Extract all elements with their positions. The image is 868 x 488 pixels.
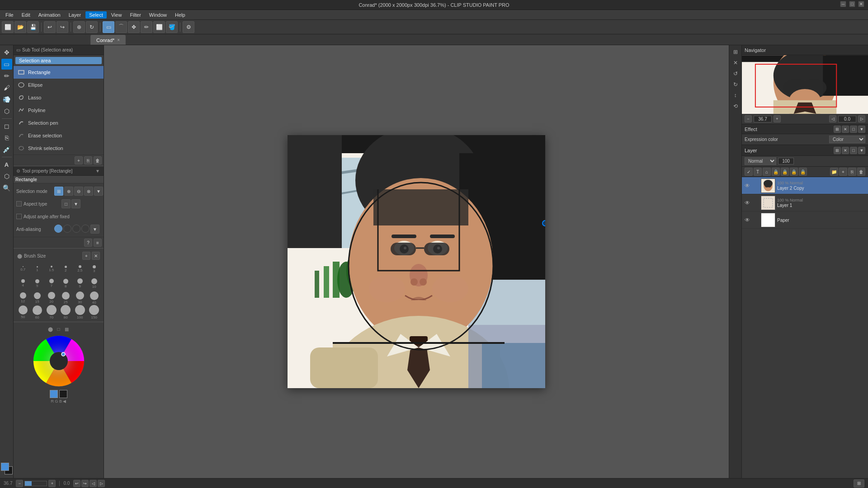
layer-act-2[interactable]: T xyxy=(754,168,762,176)
status-zoom-slider[interactable] xyxy=(24,481,47,486)
foreground-color[interactable] xyxy=(1,463,9,471)
opacity-input[interactable] xyxy=(778,158,794,164)
brush-20[interactable]: 20 xyxy=(45,291,58,305)
layer-btn-4[interactable]: ▼ xyxy=(858,147,865,154)
layer-new-folder[interactable]: 📁 xyxy=(830,168,838,176)
layer-new-layer[interactable]: + xyxy=(839,168,847,176)
brush-40[interactable]: 40 xyxy=(88,291,101,305)
tool-erase-selection[interactable]: Erase selection xyxy=(14,129,104,142)
toolbar-redo[interactable]: ↪ xyxy=(57,21,68,33)
toolbar-undo[interactable]: ↩ xyxy=(44,21,56,33)
nav-zoom-input[interactable] xyxy=(754,116,772,122)
layer-act-4[interactable]: 🔒 xyxy=(772,168,780,176)
layer-act-6[interactable]: 🔒 xyxy=(790,168,798,176)
menu-select[interactable]: Select xyxy=(85,11,107,19)
toolbar-new[interactable]: ⬜ xyxy=(2,21,14,33)
aspect-btn-more[interactable]: ▼ xyxy=(71,199,80,208)
brush-2.5[interactable]: 2.5 xyxy=(73,262,87,276)
right-tool-3[interactable]: ↺ xyxy=(731,69,741,79)
tool-text[interactable]: A xyxy=(1,159,12,170)
toolbar-open[interactable]: 📂 xyxy=(14,21,26,33)
layer-btn-2[interactable]: ✕ xyxy=(842,147,849,154)
toolbar-eraser[interactable]: ⬜ xyxy=(153,21,165,33)
brush-delete-btn[interactable]: ✕ xyxy=(92,252,100,260)
property-expand-btn[interactable]: ▼ xyxy=(94,168,101,174)
brush-50[interactable]: 50 xyxy=(16,305,30,319)
brush-add-btn[interactable]: + xyxy=(82,252,90,260)
navigator-thumbnail[interactable] xyxy=(742,55,868,114)
layer-item-1[interactable]: 👁 100 % Normal Layer 1 xyxy=(742,194,868,211)
tool-move[interactable]: ✥ xyxy=(1,47,12,58)
tool-lasso[interactable]: Lasso xyxy=(14,91,104,104)
maximize-button[interactable]: □ xyxy=(849,1,855,7)
color-mode-btn-2[interactable]: □ xyxy=(56,326,62,332)
right-tool-6[interactable]: ⟲ xyxy=(731,101,741,111)
right-tool-4[interactable]: ↻ xyxy=(731,80,741,89)
nav-zoom-out[interactable]: − xyxy=(745,115,752,122)
toolbar-move[interactable]: ✥ xyxy=(128,21,140,33)
color-mode-btn-1[interactable]: ⬤ xyxy=(47,326,54,332)
window-controls[interactable]: ─ □ ✕ xyxy=(840,1,864,7)
property-help[interactable]: ? xyxy=(84,239,92,247)
property-all[interactable]: ≡ xyxy=(94,239,102,247)
brush-7[interactable]: 7 xyxy=(45,277,58,290)
brush-30[interactable]: 30 xyxy=(73,291,87,305)
mode-subtract[interactable]: ⊖ xyxy=(74,187,83,196)
status-undo-btn[interactable]: ↩ xyxy=(73,480,80,487)
secondary-color-display[interactable] xyxy=(59,390,67,398)
layer-delete[interactable]: 🗑 xyxy=(857,168,865,176)
mode-new[interactable]: ⊞ xyxy=(54,187,63,196)
brush-0.7[interactable]: 0.7 xyxy=(16,262,30,276)
layer-btn-1[interactable]: ⊞ xyxy=(834,147,841,154)
status-end-btn[interactable]: ⊞ xyxy=(854,479,864,488)
brush-3[interactable]: 3 xyxy=(88,262,101,276)
layer-copy[interactable]: ⎘ xyxy=(848,168,856,176)
effect-btn-1[interactable]: ⊞ xyxy=(834,126,841,133)
right-tool-2[interactable]: ✕ xyxy=(731,58,741,68)
menu-layer[interactable]: Layer xyxy=(65,11,85,19)
sub-tool-delete[interactable]: 🗑 xyxy=(94,156,102,164)
color-mode-btn-3[interactable]: ▦ xyxy=(64,326,70,332)
tool-select[interactable]: ▭ xyxy=(1,59,12,70)
layer-visibility-paper[interactable]: 👁 xyxy=(744,216,751,224)
toolbar-rotate[interactable]: ↻ xyxy=(86,21,98,33)
status-prev-btn[interactable]: ◁ xyxy=(90,480,97,487)
tab-close-btn[interactable]: × xyxy=(117,38,120,42)
minimize-button[interactable]: ─ xyxy=(840,1,846,7)
adjust-angle-checkbox[interactable] xyxy=(16,214,22,219)
aspect-type-checkbox[interactable] xyxy=(16,201,22,206)
canvas-area[interactable] xyxy=(104,45,729,478)
blend-mode-select[interactable]: Normal xyxy=(745,157,776,165)
tool-fill[interactable]: ⬡ xyxy=(1,106,12,117)
layer-item-paper[interactable]: 👁 Paper xyxy=(742,211,868,229)
aa-more[interactable]: ▼ xyxy=(90,225,99,234)
tool-eyedrop[interactable]: 💉 xyxy=(1,144,12,155)
status-next-btn[interactable]: ▷ xyxy=(98,480,105,487)
toolbar-select-rect[interactable]: ▭ xyxy=(103,21,114,33)
sub-tool-copy[interactable]: ⎘ xyxy=(84,156,92,164)
layer-item-2copy[interactable]: 👁 100 % Normal xyxy=(742,177,868,194)
aspect-btn-1[interactable]: □ xyxy=(61,199,71,208)
tool-shrink-selection[interactable]: Shrink selection xyxy=(14,142,104,155)
toolbar-fill[interactable]: 🪣 xyxy=(166,21,178,33)
toolbar-zoom-in[interactable]: ⊕ xyxy=(73,21,85,33)
right-tool-1[interactable]: ⊞ xyxy=(731,47,741,57)
tool-brush[interactable]: 🖌 xyxy=(1,82,12,93)
mode-intersect[interactable]: ⊗ xyxy=(84,187,93,196)
close-button[interactable]: ✕ xyxy=(858,1,864,7)
mode-add[interactable]: ⊕ xyxy=(64,187,73,196)
brush-1[interactable]: 1 xyxy=(31,262,44,276)
tool-rectangle[interactable]: Rectangle xyxy=(14,66,104,79)
tab-document[interactable]: Conrad* × xyxy=(90,35,126,45)
layer-act-3[interactable]: ⌂ xyxy=(763,168,771,176)
brush-150[interactable]: 150 xyxy=(88,305,101,319)
aa-btn-2[interactable] xyxy=(72,225,80,233)
tool-eraser[interactable]: ◻ xyxy=(1,121,12,131)
toolbar-save[interactable]: 💾 xyxy=(27,21,39,33)
menu-file[interactable]: File xyxy=(2,11,17,19)
layer-btn-3[interactable]: □ xyxy=(850,147,857,154)
brush-10[interactable]: 10 xyxy=(88,277,101,290)
tool-polyline[interactable]: Polyline xyxy=(14,104,104,117)
toolbar-settings[interactable]: ⚙ xyxy=(183,21,194,33)
brush-2[interactable]: 2 xyxy=(59,262,73,276)
